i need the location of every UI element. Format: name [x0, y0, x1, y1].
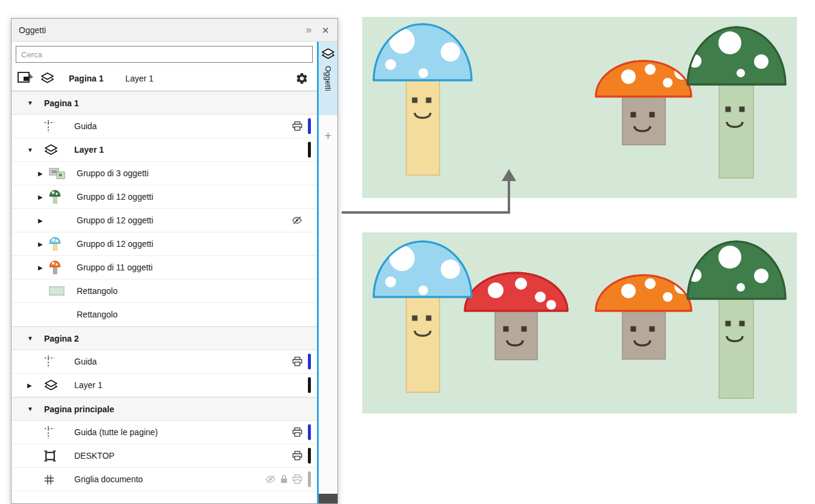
mushroom-stem	[406, 295, 439, 392]
tree-row[interactable]: Guida	[11, 115, 317, 138]
docker-tab-strip: Oggetti +	[319, 42, 337, 503]
row-label: Guida	[74, 357, 292, 366]
settings-gear-icon[interactable]	[295, 72, 308, 85]
thumb-mushroom-blue	[48, 236, 77, 252]
lock-icon-gray[interactable]	[280, 474, 288, 484]
tree-row[interactable]: ▶Gruppo di 12 oggetti	[11, 232, 317, 256]
guide-icon	[37, 355, 74, 369]
row-label: Gruppo di 11 oggetti	[77, 263, 302, 272]
mushroom-eye	[726, 107, 731, 112]
search-input[interactable]	[16, 46, 313, 63]
eye-off-icon[interactable]	[292, 215, 302, 225]
row-label: Griglia documento	[74, 474, 265, 484]
layer-color-bar[interactable]	[308, 448, 311, 464]
printer-icon[interactable]	[292, 121, 302, 131]
expand-triangle-icon[interactable]: ▶	[38, 170, 48, 177]
layers-icon	[37, 144, 74, 156]
mushroom-eye	[522, 327, 527, 332]
tree-row[interactable]: Guida	[11, 350, 317, 374]
layers-icon	[321, 48, 335, 60]
mushroom-eye	[412, 316, 418, 321]
docker-title: Oggetti	[19, 25, 46, 35]
mushroom-eye	[631, 112, 636, 118]
mushroom-eye	[631, 327, 636, 332]
printer-icon[interactable]	[292, 427, 302, 437]
guide-icon	[37, 426, 74, 439]
scrollbar-corner	[319, 494, 337, 503]
row-label: Pagina 2	[44, 334, 302, 343]
mushroom-stem	[622, 310, 665, 359]
eye-off-icon-gray[interactable]	[265, 474, 276, 484]
tree-row[interactable]: DESKTOP	[11, 444, 317, 468]
objects-tree: ▼Pagina 1Guida▼Layer 1▶Gruppo di 3 ogget…	[11, 91, 317, 503]
row-label: Guida	[74, 121, 292, 131]
expand-triangle-icon[interactable]: ▶	[38, 241, 48, 247]
docker-content: Pagina 1 Layer 1 ▼Pagina 1Guida▼Layer 1▶…	[11, 42, 317, 503]
drawing-canvas	[338, 0, 815, 504]
thumb-rect	[48, 285, 77, 296]
layer-color-bar[interactable]	[308, 118, 311, 134]
tree-row[interactable]: Rettangolo	[11, 279, 317, 303]
mushroom-eye	[740, 107, 745, 112]
tree-row[interactable]: Rettangolo	[11, 303, 317, 327]
expand-triangle-icon[interactable]: ▶	[38, 264, 48, 271]
collapse-triangle-icon[interactable]: ▼	[27, 335, 37, 342]
expand-triangle-icon[interactable]: ▶	[38, 194, 48, 200]
grid-icon	[37, 474, 74, 485]
tree-row[interactable]: Guida (tutte le pagine)	[11, 421, 317, 444]
tree-row-page[interactable]: ▼Pagina principale	[11, 397, 317, 421]
layer-color-bar[interactable]	[308, 424, 311, 440]
mushroom-eye	[412, 98, 418, 103]
mushroom-eye	[650, 112, 655, 118]
printer-icon[interactable]	[292, 357, 302, 366]
mushroom-stem	[495, 310, 537, 360]
collapse-docker-icon[interactable]: »	[305, 24, 310, 36]
select-layer-icon[interactable]	[16, 71, 34, 86]
mushroom-eye	[426, 316, 432, 321]
row-label: Gruppo di 12 oggetti	[77, 192, 302, 202]
tree-row[interactable]: ▼Layer 1	[11, 138, 317, 162]
mushroom-stem	[719, 297, 753, 398]
row-label: Rettangolo	[77, 286, 302, 296]
layer-color-bar[interactable]	[308, 471, 311, 487]
docker-toolbar: Pagina 1 Layer 1	[11, 66, 317, 91]
mushroom-eye	[650, 327, 655, 332]
collapse-triangle-icon[interactable]: ▼	[27, 406, 37, 412]
layer-color-bar[interactable]	[308, 377, 311, 393]
docker-titlebar: Oggetti » ×	[11, 19, 337, 42]
layers-icon	[40, 72, 54, 85]
desktop-icon	[37, 450, 74, 462]
objects-docker: Oggetti » × Pagina 1 Layer 1 ▼Pagina 1Gu…	[11, 18, 338, 504]
close-docker-icon[interactable]: ×	[322, 24, 329, 36]
mushroom-stem	[622, 95, 665, 145]
tab-oggetti[interactable]: Oggetti	[319, 42, 337, 115]
guide-icon	[37, 120, 74, 133]
row-label: Rettangolo	[77, 310, 302, 319]
row-label: Layer 1	[74, 145, 302, 155]
mushroom-eye	[726, 321, 731, 327]
row-label: Gruppo di 12 oggetti	[77, 239, 302, 249]
layer-color-bar[interactable]	[308, 142, 311, 158]
tree-row[interactable]: ▶Gruppo di 11 oggetti	[11, 256, 317, 279]
tree-row[interactable]: Griglia documento	[11, 468, 317, 491]
thumb-mushroom-green	[48, 189, 77, 205]
expand-triangle-icon[interactable]: ▶	[38, 217, 48, 224]
collapse-triangle-icon[interactable]: ▼	[27, 100, 37, 106]
add-docker-button[interactable]: +	[319, 129, 337, 143]
row-label: Pagina principale	[44, 404, 302, 414]
row-label: Layer 1	[74, 380, 302, 390]
collapse-triangle-icon[interactable]: ▼	[27, 147, 37, 153]
printer-icon-gray[interactable]	[292, 474, 302, 484]
layer-color-bar[interactable]	[308, 354, 311, 369]
expand-triangle-icon[interactable]: ▶	[27, 382, 37, 389]
tree-row[interactable]: ▶Gruppo di 12 oggetti	[11, 209, 317, 232]
layers-icon	[37, 379, 74, 392]
tree-row[interactable]: ▶Gruppo di 12 oggetti	[11, 185, 317, 209]
row-label: DESKTOP	[74, 451, 292, 461]
tree-row[interactable]: ▶Gruppo di 3 oggetti	[11, 162, 317, 185]
tree-row-page[interactable]: ▼Pagina 2	[11, 327, 317, 350]
mushroom-eye	[426, 98, 432, 103]
tree-row[interactable]: ▶Layer 1	[11, 374, 317, 397]
printer-icon[interactable]	[292, 451, 302, 461]
tree-row-page[interactable]: ▼Pagina 1	[11, 91, 317, 115]
